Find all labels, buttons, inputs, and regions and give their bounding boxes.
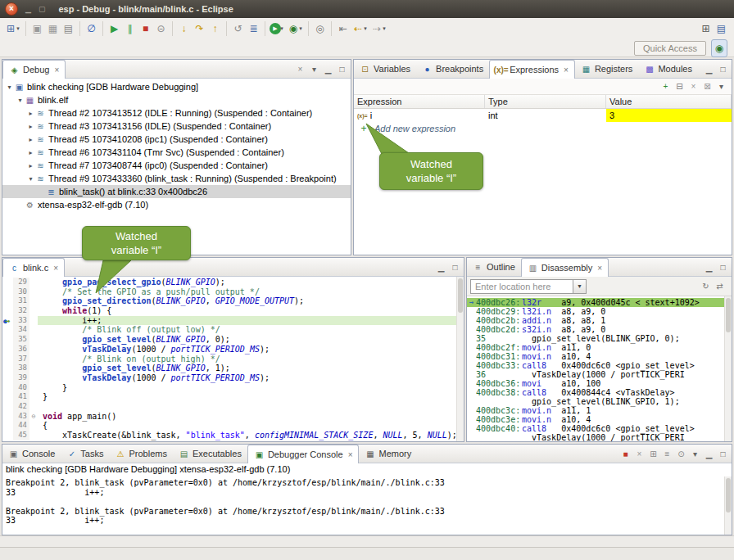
- disassembly-line[interactable]: 400dbc3e:movi.n a10, 4: [467, 415, 732, 424]
- search-icon[interactable]: ◎: [312, 20, 328, 38]
- debug-tree-item[interactable]: ▾≋Thread #9 1073433360 (blink_task : Run…: [2, 172, 351, 185]
- tab-problems[interactable]: ⚠Problems: [109, 445, 172, 463]
- tab-breakpoints[interactable]: ●Breakpoints: [416, 60, 489, 78]
- terminate-console-icon[interactable]: ■: [618, 447, 632, 461]
- column-header-type[interactable]: Type: [485, 95, 606, 108]
- tab-debug[interactable]: ◈Debug×: [2, 60, 66, 79]
- disassembly-scrollbar[interactable]: [724, 296, 732, 441]
- resume-icon[interactable]: ▶: [106, 20, 122, 38]
- quick-access-button[interactable]: Quick Access: [634, 41, 706, 56]
- tab-outline[interactable]: ≡Outline: [467, 258, 521, 276]
- fold-marker[interactable]: ⊖: [29, 412, 38, 422]
- editor-line[interactable]: 42: [2, 402, 464, 412]
- close-window-button[interactable]: ×: [5, 2, 18, 16]
- disassembly-line[interactable]: 400dbc3c:movi.n a11, 1: [467, 406, 732, 415]
- link-with-active-debug-context-icon[interactable]: ⇄: [713, 279, 727, 293]
- editor-line[interactable]: 44{: [2, 421, 464, 431]
- scrollbar-thumb[interactable]: [458, 278, 463, 313]
- disassembly-line[interactable]: 400dbc38:call8 0x400844c4 <vTaskDelay>: [467, 388, 732, 397]
- debug-tree-item[interactable]: ▸≋Thread #7 1073408744 (ipc0) (Suspended…: [2, 159, 351, 172]
- disassembly-line[interactable]: vTaskDelay(1000 / portTICK_PERI: [467, 433, 732, 441]
- minimize-icon[interactable]: ▁: [702, 62, 716, 76]
- expander-icon[interactable]: ▾: [5, 84, 14, 91]
- tab-memory[interactable]: ▦Memory: [359, 445, 417, 463]
- add-expression-icon[interactable]: +: [659, 79, 673, 93]
- tab-blink-c[interactable]: cblink.c×: [2, 258, 65, 277]
- expander-icon[interactable]: ▾: [16, 97, 25, 104]
- step-over-icon[interactable]: ↷: [192, 20, 207, 38]
- maximize-icon[interactable]: □: [716, 62, 730, 76]
- instruction-stepping-icon[interactable]: ≣: [246, 20, 261, 38]
- editor-line[interactable]: 31 gpio_set_direction(BLINK_GPIO, GPIO_M…: [2, 296, 464, 306]
- close-tab-icon[interactable]: ×: [348, 450, 353, 459]
- disassembly-line[interactable]: 400dbc33:call8 0x400dc6c0 <gpio_set_leve…: [467, 361, 732, 370]
- minimize-window-button[interactable]: ▁: [25, 5, 31, 13]
- close-tab-icon[interactable]: ×: [597, 264, 602, 273]
- location-input[interactable]: Enter location here: [470, 279, 573, 294]
- save-icon[interactable]: ▣: [29, 20, 45, 38]
- suspend-icon[interactable]: ∥: [122, 20, 138, 38]
- disassembly-line[interactable]: 400dbc2f:movi.n a11, 0: [467, 343, 732, 352]
- cpp-perspective-icon[interactable]: ▤: [714, 20, 729, 38]
- disassembly-line[interactable]: →400dbc26:l32r a9, 0x400d045c < stext+10…: [467, 298, 732, 307]
- disassembly-line[interactable]: 400dbc2b:addi.n a8, a8, 1: [467, 316, 732, 325]
- save-all-icon[interactable]: ▦: [45, 20, 61, 38]
- close-tab-icon[interactable]: ×: [53, 264, 58, 273]
- expander-icon[interactable]: ▸: [26, 162, 35, 169]
- step-into-icon[interactable]: ↓: [176, 20, 192, 38]
- disassembly-line[interactable]: 35 gpio_set_level(BLINK_GPIO, 0);: [467, 334, 732, 343]
- maximize-window-button[interactable]: ▢: [39, 5, 46, 13]
- view-menu-icon[interactable]: ▾: [307, 62, 321, 76]
- disassembly-line[interactable]: 400dbc31:movi.n a10, 4: [467, 352, 732, 361]
- last-edit-location-icon[interactable]: ⇤: [335, 20, 351, 38]
- display-selected-console-icon[interactable]: ▾: [688, 447, 702, 461]
- debug-tree-item[interactable]: ▾▦blink.elf: [2, 93, 351, 106]
- debug-tree-item[interactable]: ▸≋Thread #5 1073410208 (ipc1) (Suspended…: [2, 133, 351, 146]
- maximize-icon[interactable]: □: [335, 62, 349, 76]
- disassembly-line[interactable]: gpio_set_level(BLINK_GPIO, 1);: [467, 397, 732, 406]
- maximize-icon[interactable]: □: [716, 447, 730, 461]
- view-menu-icon[interactable]: ▾: [714, 79, 728, 93]
- tab-executables[interactable]: ▤Executables: [173, 445, 247, 463]
- editor-line[interactable]: 32 while(1) {: [2, 306, 464, 316]
- editor-scrollbar[interactable]: [456, 277, 464, 441]
- remove-icon[interactable]: ×: [686, 79, 700, 93]
- minimize-icon[interactable]: ▁: [434, 260, 448, 274]
- terminate-icon[interactable]: ■: [138, 20, 153, 38]
- editor-line[interactable]: 41}: [2, 392, 464, 402]
- tab-debugger-console[interactable]: ▣Debugger Console×: [247, 445, 360, 463]
- step-return-icon[interactable]: ↑: [207, 20, 223, 38]
- close-tab-icon[interactable]: ×: [54, 65, 59, 75]
- debug-tree-item[interactable]: ▾▣blink checking [GDB Hardware Debugging…: [2, 80, 351, 93]
- tab-expressions[interactable]: (x)=Expressions×: [489, 60, 575, 79]
- new-wizard-icon[interactable]: ⊞▾: [3, 20, 22, 38]
- debug-tree-item[interactable]: ▸≋Thread #6 1073431104 (Tmr Svc) (Suspen…: [2, 146, 351, 159]
- disconnect-icon[interactable]: ⊝: [153, 20, 169, 38]
- tab-disassembly[interactable]: ▥Disassembly×: [521, 258, 609, 277]
- editor-line[interactable]: 38 gpio_set_level(BLINK_GPIO, 1);: [2, 364, 464, 373]
- expander-icon[interactable]: ▸: [26, 149, 35, 156]
- editor-line[interactable]: 39 vTaskDelay(1000 / portTICK_PERIOD_MS)…: [2, 373, 464, 383]
- clear-console-icon[interactable]: ⊞: [646, 447, 660, 461]
- editor-line[interactable]: 40 }: [2, 383, 464, 393]
- expander-icon[interactable]: ▸: [26, 123, 35, 130]
- debug-icon[interactable]: ◉▾: [286, 20, 305, 38]
- expander-icon[interactable]: ▸: [26, 136, 35, 143]
- location-dropdown-icon[interactable]: ▼: [573, 279, 587, 294]
- pin-console-icon[interactable]: ⊙: [674, 447, 688, 461]
- column-header-expression[interactable]: Expression: [354, 95, 485, 108]
- disassembly-line[interactable]: 400dbc36:movi a10, 100: [467, 379, 732, 388]
- disassembly-line[interactable]: 400dbc2d:s32i.n a8, a9, 0: [467, 325, 732, 334]
- run-icon[interactable]: ▶▾: [269, 20, 286, 38]
- debug-tree-item[interactable]: ▸≋Thread #3 1073413156 (IDLE) (Suspended…: [2, 120, 351, 133]
- disassembly-line[interactable]: 36 vTaskDelay(1000 / portTICK_PERI: [467, 370, 732, 379]
- horizontal-scroll-strip[interactable]: [0, 535, 734, 547]
- drop-to-frame-icon[interactable]: ↺: [230, 20, 246, 38]
- editor-line[interactable]: 43⊖void app_main(): [2, 412, 464, 422]
- collapse-all-icon[interactable]: ⊟: [673, 79, 686, 93]
- scrollbar-thumb[interactable]: [726, 478, 731, 513]
- remove-all-icon[interactable]: ⊠: [700, 79, 714, 93]
- minimize-icon[interactable]: ▁: [702, 260, 716, 274]
- editor-line[interactable]: 29 gpio_pad_select_gpio(BLINK_GPIO);: [2, 278, 464, 287]
- skip-all-breakpoints-icon[interactable]: ∅: [84, 20, 99, 38]
